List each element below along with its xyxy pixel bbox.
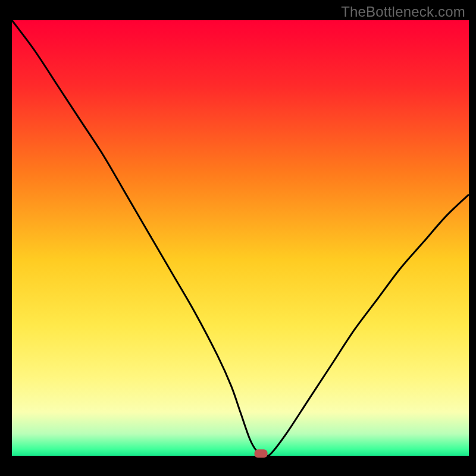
chart-container: TheBottleneck.com — [0, 0, 476, 476]
bottleneck-chart — [0, 0, 476, 476]
plot-background — [12, 20, 469, 456]
watermark-text: TheBottleneck.com — [341, 4, 465, 20]
optimal-marker — [255, 449, 268, 458]
